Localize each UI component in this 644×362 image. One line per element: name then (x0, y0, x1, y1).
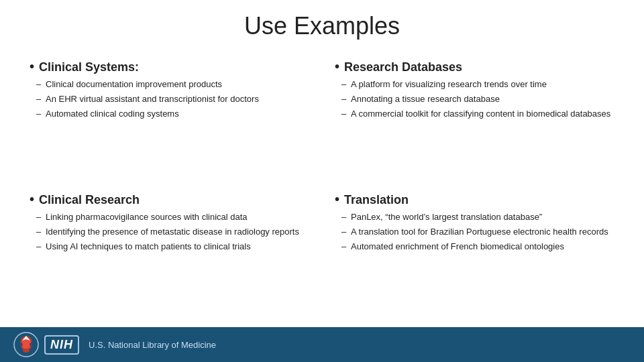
footer-logo-area: NIH U.S. National Library of Medicine (13, 332, 216, 357)
section-header-clinical-research: • Clinical Research (30, 192, 309, 207)
section-header-clinical-systems: • Clinical Systems: (30, 59, 309, 74)
section-title-research-databases: Research Databases (344, 60, 462, 74)
section-clinical-systems: • Clinical Systems: Clinical documentati… (27, 55, 312, 188)
bullet-icon: • (335, 59, 339, 74)
nih-badge: NIH (44, 335, 79, 355)
section-items-clinical-research: Linking pharmacovigilance sources with c… (30, 211, 309, 253)
list-item: An EHR virtual assistant and transcripti… (36, 93, 309, 106)
list-item: A commercial toolkit for classifying con… (341, 108, 614, 121)
list-item: Using AI techniques to match patients to… (36, 241, 309, 253)
section-header-research-databases: • Research Databases (335, 59, 614, 74)
bullet-icon: • (335, 192, 339, 207)
list-item: Clinical documentation improvement produ… (36, 78, 309, 91)
list-item: PanLex, “the world’s largest translation… (341, 211, 614, 224)
svg-point-6 (23, 349, 30, 353)
list-item: A platform for visualizing research tren… (341, 78, 614, 91)
list-item: Automated clinical coding systems (36, 108, 309, 121)
section-header-translation: • Translation (335, 192, 614, 207)
list-item: Identifying the presence of metastatic d… (36, 226, 309, 239)
section-items-research-databases: A platform for visualizing research tren… (335, 78, 614, 121)
bullet-icon: • (30, 59, 34, 74)
list-item: A translation tool for Brazilian Portugu… (341, 226, 614, 239)
section-title-clinical-systems: Clinical Systems: (39, 60, 139, 74)
list-item: Linking pharmacovigilance sources with c… (36, 211, 309, 224)
bullet-icon: • (30, 192, 34, 207)
section-items-translation: PanLex, “the world’s largest translation… (335, 211, 614, 253)
section-clinical-research: • Clinical Research Linking pharmacovigi… (27, 188, 312, 320)
section-research-databases: • Research Databases A platform for visu… (332, 55, 617, 188)
section-translation: • Translation PanLex, “the world’s large… (332, 188, 617, 320)
nih-label: NIH (50, 338, 73, 352)
content-grid: • Clinical Systems: Clinical documentati… (27, 55, 617, 320)
footer-library-label: U.S. National Library of Medicine (89, 340, 216, 350)
page-title: Use Examples (27, 12, 617, 40)
section-title-translation: Translation (344, 193, 409, 207)
footer: NIH U.S. National Library of Medicine (0, 327, 644, 362)
main-content: Use Examples • Clinical Systems: Clinica… (0, 0, 644, 327)
list-item: Annotating a tissue research database (341, 93, 614, 106)
nih-eagle-icon (13, 332, 39, 357)
section-title-clinical-research: Clinical Research (39, 193, 140, 207)
list-item: Automated enrichment of French biomedica… (341, 241, 614, 253)
section-items-clinical-systems: Clinical documentation improvement produ… (30, 78, 309, 121)
